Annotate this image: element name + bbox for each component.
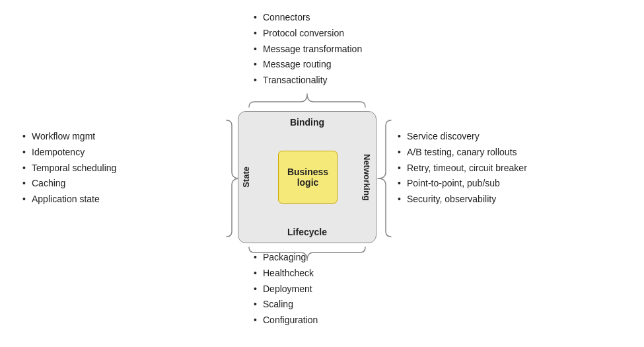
lifecycle-label: Lifecycle [287,227,327,243]
list-item: Configuration [251,313,383,328]
state-label: State [241,167,254,188]
list-item: Deployment [251,282,383,297]
list-item: Retry, timeout, circuit breaker [395,161,580,176]
list-item: Security, observability [395,192,580,208]
list-item: Message transformation [251,42,383,58]
top-items: ConnectorsProtocol conversionMessage tra… [251,10,383,89]
list-item: Application state [20,192,165,208]
list-item: Caching [20,176,165,192]
list-item: Healthcheck [251,266,383,282]
right-list: Service discoveryA/B testing, canary rol… [395,129,580,208]
center-box: Binding State Businesslogic Networking L… [238,111,376,243]
business-logic-label: Businesslogic [287,167,328,188]
list-item: Transactionality [251,73,383,89]
list-item: A/B testing, canary rollouts [395,145,580,161]
diagram-container: ConnectorsProtocol conversionMessage tra… [0,0,644,347]
list-item: Protocol conversion [251,26,383,42]
left-items: Workflow mgmtIdempotencyTemporal schedul… [20,129,165,208]
bottom-brace [248,242,367,264]
center-inner: State Businesslogic Networking [238,128,376,227]
list-item: Workflow mgmt [20,129,165,145]
business-logic-box: Businesslogic [278,151,338,204]
networking-label: Networking [362,154,373,201]
binding-label: Binding [290,112,324,128]
list-item: Message routing [251,57,383,73]
left-list: Workflow mgmtIdempotencyTemporal schedul… [20,129,165,208]
list-item: Point-to-point, pub/sub [395,176,580,192]
list-item: Connectors [251,10,383,26]
right-brace [376,119,396,240]
list-item: Scaling [251,297,383,313]
list-item: Temporal scheduling [20,161,165,176]
right-items: Service discoveryA/B testing, canary rol… [395,129,580,208]
list-item: Service discovery [395,129,580,145]
top-list: ConnectorsProtocol conversionMessage tra… [251,10,383,89]
list-item: Idempotency [20,145,165,161]
